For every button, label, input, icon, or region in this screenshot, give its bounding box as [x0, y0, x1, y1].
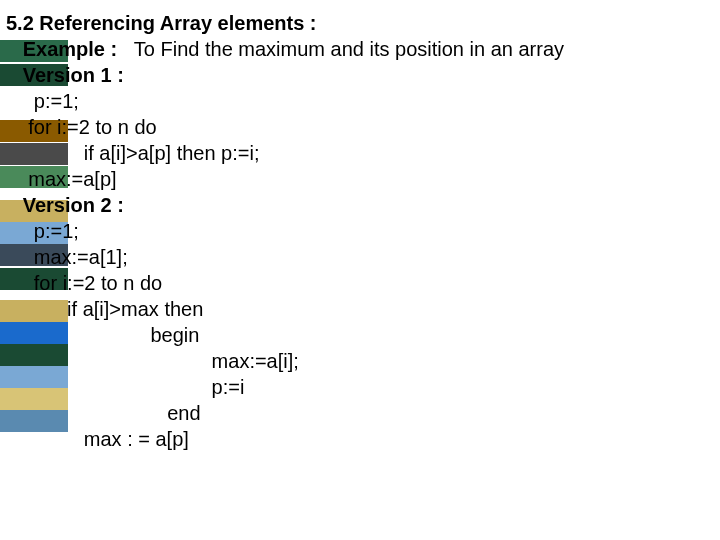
code-line: max:=a[p]: [6, 166, 710, 192]
code-line: if a[i]>max then: [6, 296, 710, 322]
example-line: Example : To Find the maximum and its po…: [6, 36, 710, 62]
code-line: begin: [6, 322, 710, 348]
code-line: end: [6, 400, 710, 426]
code-line: max : = a[p]: [6, 426, 710, 452]
code-line: p:=i: [6, 374, 710, 400]
code-line: for i:=2 to n do: [6, 270, 710, 296]
section-heading: 5.2 Referencing Array elements :: [6, 10, 710, 36]
code-line: for i:=2 to n do: [6, 114, 710, 140]
code-line: if a[i]>a[p] then p:=i;: [6, 140, 710, 166]
version1-label: Version 1 :: [6, 62, 710, 88]
example-label: Example :: [6, 38, 134, 60]
code-line: max:=a[i];: [6, 348, 710, 374]
example-text: To Find the maximum and its position in …: [134, 38, 564, 60]
code-line: p:=1;: [6, 88, 710, 114]
code-line: p:=1;: [6, 218, 710, 244]
code-line: max:=a[1];: [6, 244, 710, 270]
version2-label: Version 2 :: [6, 192, 710, 218]
slide-content: 5.2 Referencing Array elements : Example…: [6, 10, 710, 452]
